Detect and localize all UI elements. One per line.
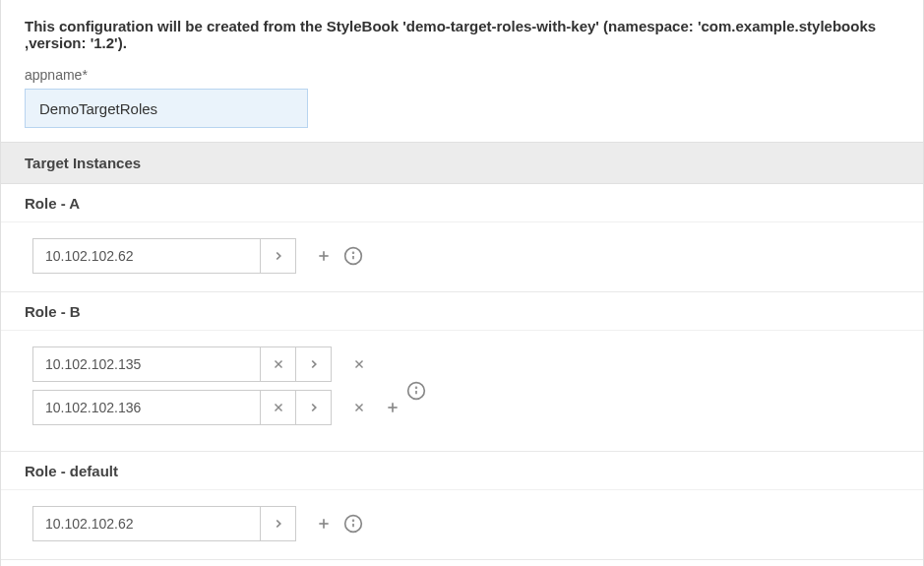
add-instance-button[interactable] (310, 506, 338, 541)
info-icon (406, 381, 426, 401)
role-default-instance-input-1[interactable] (32, 506, 261, 541)
role-a-instance-input-1[interactable] (32, 238, 261, 274)
remove-instance-button[interactable] (345, 390, 373, 425)
role-b-instance-input-2[interactable] (32, 390, 261, 425)
role-a-label: Role - A (1, 184, 923, 222)
plus-icon (385, 400, 400, 415)
appname-input[interactable] (25, 89, 308, 128)
role-b-row-2 (32, 390, 899, 425)
svg-point-22 (353, 520, 354, 521)
add-instance-button[interactable] (310, 238, 338, 274)
role-b-block: Role - B (1, 292, 923, 452)
svg-point-4 (353, 252, 354, 253)
role-default-row-1 (32, 506, 899, 541)
remove-instance-button[interactable] (345, 346, 373, 382)
x-icon (272, 357, 285, 371)
chevron-right-icon (307, 401, 321, 414)
x-icon (352, 357, 366, 371)
info-button[interactable] (341, 506, 365, 541)
info-button[interactable] (341, 238, 365, 274)
x-icon (272, 401, 285, 414)
info-icon (343, 246, 363, 266)
clear-input-button[interactable] (261, 390, 296, 425)
role-a-block: Role - A (1, 184, 923, 292)
role-a-row-1 (32, 238, 899, 274)
expand-button[interactable] (261, 506, 296, 541)
expand-button[interactable] (296, 346, 332, 382)
expand-button[interactable] (261, 238, 296, 274)
chevron-right-icon (307, 357, 321, 371)
plus-icon (316, 516, 332, 532)
target-instances-header: Target Instances (1, 142, 923, 184)
clear-input-button[interactable] (261, 346, 296, 382)
role-b-label: Role - B (1, 292, 923, 331)
role-default-label: Role - default (1, 452, 923, 490)
info-icon (343, 514, 363, 534)
appname-label: appname* (25, 67, 899, 83)
expand-button[interactable] (296, 390, 332, 425)
role-b-row-1 (32, 346, 899, 382)
chevron-right-icon (272, 249, 285, 263)
config-description: This configuration will be created from … (1, 0, 923, 63)
chevron-right-icon (272, 517, 285, 531)
svg-point-17 (416, 387, 417, 388)
x-icon (352, 401, 366, 414)
role-default-block: Role - default (1, 452, 923, 560)
add-instance-button[interactable] (379, 390, 406, 425)
plus-icon (316, 248, 332, 264)
info-button[interactable] (406, 381, 426, 401)
role-b-instance-input-1[interactable] (32, 346, 261, 382)
